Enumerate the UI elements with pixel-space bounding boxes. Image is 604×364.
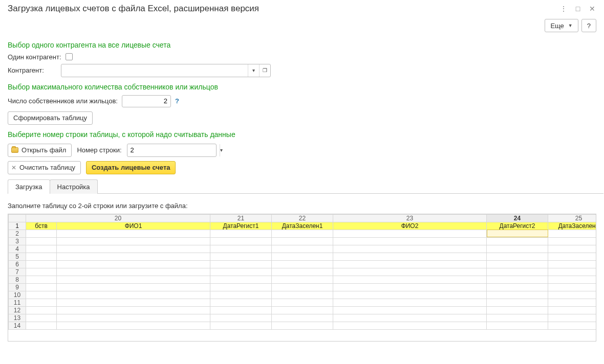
spreadsheet-table[interactable]: 20 21 22 23 24 25 1 [8, 214, 596, 330]
cell[interactable] [57, 306, 210, 314]
row-number[interactable]: 9 [9, 283, 26, 291]
cell[interactable] [333, 314, 487, 322]
row-number[interactable]: 6 [9, 260, 26, 268]
cell[interactable] [548, 237, 596, 245]
header-cell[interactable]: ДатаЗаселен1 [272, 222, 333, 230]
more-button[interactable]: Еще ▼ [545, 19, 578, 32]
row-number-input[interactable] [127, 144, 220, 156]
cell[interactable] [272, 314, 333, 322]
row-number[interactable]: 7 [9, 268, 26, 276]
cell[interactable] [57, 268, 210, 276]
close-icon[interactable]: ✕ [588, 5, 596, 13]
cell[interactable] [210, 276, 272, 283]
cell[interactable] [210, 283, 272, 291]
dropdown-icon[interactable]: ▾ [220, 144, 223, 156]
cell[interactable] [487, 283, 548, 291]
tab-load[interactable]: Загрузка [8, 179, 50, 194]
cell[interactable] [57, 230, 210, 237]
cell[interactable] [26, 245, 57, 253]
cell[interactable] [548, 283, 596, 291]
cell[interactable] [272, 230, 333, 237]
cell[interactable] [548, 245, 596, 253]
row-number[interactable]: 5 [9, 253, 26, 260]
clear-table-button[interactable]: ✕ Очистить таблицу [8, 161, 81, 174]
cell[interactable] [57, 283, 210, 291]
cell[interactable] [548, 322, 596, 329]
cell[interactable] [272, 268, 333, 276]
row-number[interactable]: 8 [9, 276, 26, 283]
header-cell[interactable]: бств [26, 222, 57, 230]
cell[interactable] [487, 253, 548, 260]
cell[interactable] [487, 306, 548, 314]
cell[interactable] [272, 245, 333, 253]
cell[interactable] [548, 299, 596, 306]
header-cell[interactable]: ДатаРегист1 [210, 222, 272, 230]
cell[interactable] [487, 322, 548, 329]
cell[interactable] [333, 283, 487, 291]
help-icon[interactable]: ? [175, 97, 179, 105]
cell[interactable] [210, 268, 272, 276]
cell[interactable] [26, 237, 57, 245]
cell[interactable] [26, 283, 57, 291]
open-dialog-icon[interactable]: ❐ [259, 64, 270, 77]
cell[interactable] [272, 237, 333, 245]
cell[interactable] [26, 268, 57, 276]
cell[interactable] [210, 322, 272, 329]
cell[interactable] [333, 291, 487, 299]
cell[interactable] [333, 299, 487, 306]
header-cell[interactable]: ФИО1 [57, 222, 210, 230]
cell[interactable] [210, 245, 272, 253]
maximize-icon[interactable]: □ [574, 5, 582, 13]
row-number[interactable]: 4 [9, 245, 26, 253]
cell[interactable] [57, 291, 210, 299]
row-number[interactable]: 14 [9, 322, 26, 329]
dropdown-icon[interactable]: ▾ [248, 64, 259, 77]
cell[interactable] [57, 237, 210, 245]
cell[interactable] [272, 283, 333, 291]
header-cell[interactable]: ДатаЗаселен2 [548, 222, 596, 230]
cell[interactable] [333, 237, 487, 245]
cell[interactable] [272, 276, 333, 283]
cell[interactable] [487, 291, 548, 299]
cell[interactable] [487, 237, 548, 245]
cell[interactable] [210, 237, 272, 245]
counterparty-combo[interactable]: ▾ ❐ [61, 64, 271, 77]
help-button[interactable]: ? [581, 19, 596, 32]
cell[interactable] [548, 260, 596, 268]
cell[interactable] [272, 260, 333, 268]
row-number[interactable]: 13 [9, 314, 26, 322]
cell[interactable] [333, 230, 487, 237]
cell[interactable] [548, 268, 596, 276]
cell[interactable] [57, 314, 210, 322]
cell[interactable] [210, 291, 272, 299]
counterparty-input[interactable] [61, 64, 248, 77]
cell[interactable] [26, 276, 57, 283]
cell[interactable] [487, 276, 548, 283]
row-number[interactable]: 10 [9, 291, 26, 299]
cell[interactable] [548, 230, 596, 237]
owners-count-input[interactable] [122, 95, 171, 107]
build-table-button[interactable]: Сформировать таблицу [8, 111, 93, 125]
cell[interactable] [548, 291, 596, 299]
row-number[interactable]: 3 [9, 237, 26, 245]
cell[interactable] [548, 253, 596, 260]
row-number[interactable]: 12 [9, 306, 26, 314]
cell[interactable] [210, 230, 272, 237]
cell[interactable] [548, 306, 596, 314]
cell[interactable] [26, 299, 57, 306]
col-header[interactable]: 23 [333, 214, 487, 222]
row-number[interactable]: 1 [9, 222, 26, 230]
cell[interactable] [26, 291, 57, 299]
cell[interactable] [26, 260, 57, 268]
cell[interactable] [26, 306, 57, 314]
create-accounts-button[interactable]: Создать лицевые счета [86, 161, 176, 174]
cell[interactable] [57, 322, 210, 329]
cell[interactable] [272, 322, 333, 329]
cell[interactable] [272, 253, 333, 260]
corner-cell[interactable] [9, 214, 26, 222]
cell[interactable] [210, 299, 272, 306]
cell[interactable] [57, 260, 210, 268]
header-cell[interactable]: ФИО2 [333, 222, 487, 230]
cell[interactable] [333, 276, 487, 283]
col-header[interactable]: 25 [548, 214, 596, 222]
